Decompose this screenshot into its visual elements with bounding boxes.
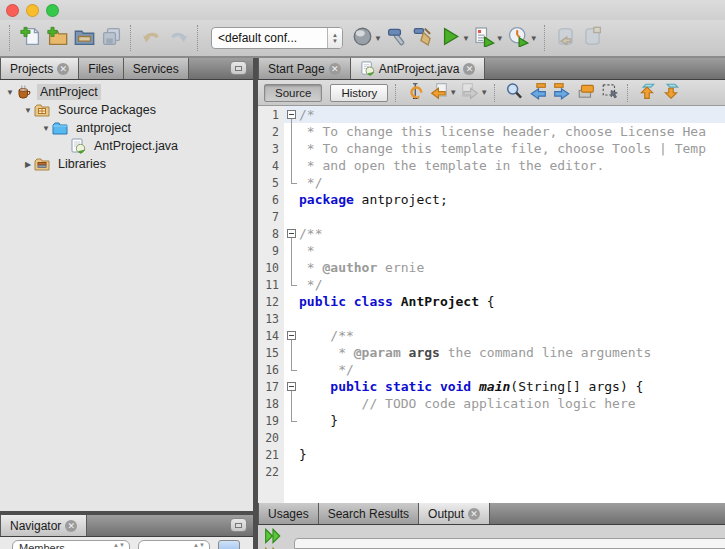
code-line: 17 public static void main(String[] args… — [258, 378, 725, 395]
tab-usages[interactable]: Usages — [258, 503, 319, 524]
expander-icon[interactable]: ▶ — [22, 160, 34, 169]
dropdown-caret-icon[interactable]: ▼ — [480, 88, 488, 97]
minimize-window-button[interactable] — [26, 4, 39, 17]
new-file-icon — [20, 26, 41, 50]
fold-guide — [291, 242, 292, 259]
fold-margin[interactable] — [284, 378, 299, 395]
clean-and-build-project-button[interactable] — [410, 25, 437, 52]
fold-margin — [284, 259, 299, 276]
expander-icon[interactable]: ▼ — [4, 88, 16, 97]
new-project-button[interactable] — [44, 25, 71, 52]
tab-files[interactable]: Files — [79, 58, 123, 79]
editor-tab-start-page[interactable]: Start Page✕ — [258, 58, 351, 79]
toolbar-separator — [197, 25, 200, 51]
back-button[interactable] — [427, 82, 451, 104]
fold-margin[interactable] — [284, 106, 299, 123]
tree-item-antproject[interactable]: ▼antproject — [0, 119, 253, 137]
profile-project-button[interactable] — [505, 25, 532, 52]
close-icon[interactable]: ✕ — [57, 63, 69, 75]
forward-button[interactable] — [458, 82, 482, 104]
editor-tab-antproject-java[interactable]: AntProject.java✕ — [351, 58, 486, 79]
navigator-sort-button[interactable] — [218, 540, 240, 549]
internal-browser-button[interactable] — [349, 25, 376, 52]
fold-collapse-icon[interactable] — [287, 229, 296, 238]
tree-item-antproject-java[interactable]: AntProject.java — [0, 137, 253, 155]
previous-bookmark-button[interactable] — [635, 82, 659, 104]
next-bookmark-button[interactable] — [659, 82, 683, 104]
line-number: 4 — [258, 159, 284, 173]
dropdown-caret-icon[interactable]: ▼ — [449, 88, 457, 97]
minimize-panel-icon[interactable] — [230, 61, 247, 75]
fold-collapse-icon[interactable] — [287, 331, 296, 340]
fold-collapse-icon[interactable] — [287, 110, 296, 119]
next-occurrence-button[interactable] — [550, 82, 574, 104]
close-icon[interactable]: ✕ — [463, 63, 475, 75]
tab-label: Output — [428, 507, 464, 521]
fold-margin — [284, 242, 299, 259]
fold-margin[interactable] — [284, 327, 299, 344]
code-line: 15 * @param args the command line argume… — [258, 344, 725, 361]
rerun-icon[interactable] — [263, 527, 283, 545]
close-window-button[interactable] — [6, 4, 19, 17]
dropdown-caret-icon[interactable]: ▼ — [374, 34, 382, 43]
combo-stepper-icon[interactable]: ▲▼ — [327, 28, 342, 48]
line-number: 10 — [258, 261, 284, 275]
fold-collapse-icon[interactable] — [287, 382, 296, 391]
tab-navigator[interactable]: Navigator✕ — [0, 515, 87, 536]
code-text: * To change this license header, choose … — [299, 123, 725, 140]
output-console[interactable] — [294, 538, 725, 549]
projects-tree[interactable]: ▼AntProject▼Source Packages▼antprojectAn… — [0, 80, 253, 511]
toggle-highlight-button[interactable] — [574, 82, 598, 104]
dropdown-caret-icon[interactable]: ▼ — [462, 34, 470, 43]
expander-icon[interactable]: ▼ — [40, 124, 52, 133]
find-selection-button[interactable] — [502, 82, 526, 104]
new-file-button[interactable] — [17, 25, 44, 52]
expander-icon[interactable]: ▼ — [22, 106, 34, 115]
forward-icon — [461, 82, 479, 103]
tab-projects[interactable]: Projects✕ — [0, 58, 79, 79]
fold-margin — [284, 174, 299, 191]
open-project-button[interactable] — [71, 25, 98, 52]
code-editor[interactable]: 1/*2 * To change this license header, ch… — [258, 106, 725, 503]
last-edit-button[interactable] — [403, 82, 427, 104]
tab-output[interactable]: Output✕ — [419, 503, 490, 524]
internal-browser-icon — [352, 26, 373, 50]
zoom-window-button[interactable] — [46, 4, 59, 17]
code-text: /* — [299, 106, 725, 123]
fold-guide — [291, 123, 292, 140]
redo-button[interactable] — [165, 25, 192, 52]
close-icon[interactable]: ✕ — [65, 520, 77, 532]
configuration-combo[interactable]: <default conf... ▲▼ — [211, 27, 343, 49]
tab-services[interactable]: Services — [124, 58, 189, 79]
dropdown-caret-icon[interactable]: ▼ — [530, 34, 538, 43]
line-number: 16 — [258, 363, 284, 377]
fold-margin[interactable] — [284, 225, 299, 242]
tree-item-source-packages[interactable]: ▼Source Packages — [0, 101, 253, 119]
previous-occurrence-button[interactable] — [526, 82, 550, 104]
minimize-panel-icon[interactable] — [230, 518, 247, 532]
rectangular-selection-button[interactable] — [598, 82, 622, 104]
history-view-button[interactable]: History — [330, 84, 388, 102]
toolbar-separator — [494, 84, 497, 102]
save-all-button[interactable] — [98, 25, 125, 52]
fold-margin — [284, 293, 299, 310]
main-toolbar: <default conf... ▲▼ ▼▼▼▼ — [0, 20, 725, 58]
tree-item-libraries[interactable]: ▶Libraries — [0, 155, 253, 173]
undo-button[interactable] — [138, 25, 165, 52]
redo-icon — [168, 26, 189, 50]
connect-database-2-button[interactable] — [579, 25, 606, 52]
navigator-view-combo[interactable]: Members ▲▼ — [12, 540, 130, 549]
tree-item-antproject[interactable]: ▼AntProject — [0, 83, 253, 101]
close-icon[interactable]: ✕ — [468, 508, 480, 520]
build-project-button[interactable] — [383, 25, 410, 52]
navigator-filter-combo[interactable]: ▲▼ — [138, 540, 210, 549]
debug-project-button[interactable] — [471, 25, 498, 52]
titlebar[interactable] — [0, 0, 725, 20]
source-view-button[interactable]: Source — [264, 84, 322, 102]
tab-search-results[interactable]: Search Results — [319, 503, 419, 524]
connect-database-button[interactable] — [552, 25, 579, 52]
dropdown-caret-icon[interactable]: ▼ — [496, 34, 504, 43]
line-number: 3 — [258, 142, 284, 156]
run-project-button[interactable] — [437, 25, 464, 52]
close-icon[interactable]: ✕ — [329, 63, 341, 75]
